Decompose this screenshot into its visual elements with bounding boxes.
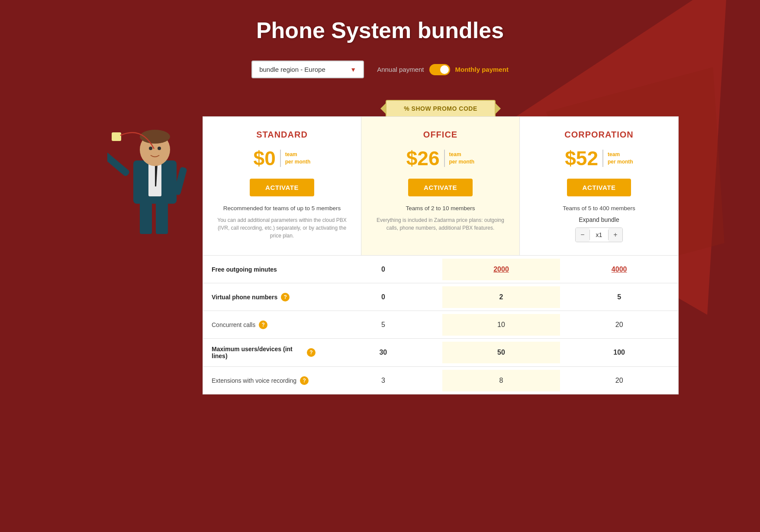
- payment-toggle: Annual payment Monthly payment: [377, 64, 509, 75]
- feature-val-0-2[interactable]: 4000: [560, 259, 678, 280]
- promo-cell-office: % SHOW PROMO CODE: [361, 100, 520, 116]
- price-divider-office: [444, 150, 445, 167]
- feature-val-3-2: 100: [560, 342, 678, 363]
- page-title: Phone System bundles: [9, 17, 751, 43]
- feature-val-3-1: 50: [442, 342, 560, 363]
- price-divider-corp: [602, 150, 603, 167]
- plan-standard: STANDARD $0 team per month ACTIVATE Reco…: [203, 117, 361, 255]
- plan-office-price-row: $26 team per month: [372, 147, 509, 170]
- plan-office: OFFICE $26 team per month ACTIVATE Teams…: [361, 117, 520, 255]
- svg-rect-9: [107, 151, 130, 177]
- help-icon-1[interactable]: ?: [281, 293, 290, 301]
- feature-rows: Free outgoing minutes020004000Virtual ph…: [203, 255, 679, 394]
- feature-val-1-0: 0: [324, 286, 442, 308]
- feature-val-0-1[interactable]: 2000: [442, 259, 560, 280]
- price-divider: [280, 150, 281, 167]
- plan-corporation-desc: Teams of 5 to 400 members: [530, 204, 668, 213]
- monthly-payment-label: Monthly payment: [455, 66, 509, 73]
- svg-point-7: [149, 147, 152, 150]
- svg-point-8: [158, 147, 161, 150]
- feature-label-text-4: Extensions with voice recording: [212, 377, 296, 384]
- plan-standard-name: STANDARD: [213, 130, 351, 140]
- svg-rect-0: [140, 199, 152, 234]
- feature-val-2-0: 5: [324, 314, 442, 336]
- feature-val-2-1: 10: [442, 314, 560, 336]
- region-select[interactable]: bundle region - Europe ▼: [251, 61, 364, 78]
- payment-toggle-switch[interactable]: [429, 64, 450, 75]
- feature-val-3-0: 30: [324, 342, 442, 363]
- svg-rect-1: [156, 199, 168, 234]
- plan-corporation-price-row: $52 team per month: [530, 147, 668, 170]
- feature-label-text-2: Concurrent calls: [212, 321, 255, 328]
- promo-bar-wrapper: % SHOW PROMO CODE: [203, 100, 679, 116]
- plan-office-name: OFFICE: [372, 130, 509, 140]
- plan-standard-activate[interactable]: ACTIVATE: [250, 179, 314, 196]
- svg-rect-10: [112, 132, 121, 141]
- plan-office-desc-sub: Everything is included in Zadarma price …: [372, 216, 509, 232]
- feature-label-text-1: Virtual phone numbers: [212, 294, 277, 301]
- character-svg: [107, 100, 203, 238]
- feature-label-text-3: Maximum users/devices (int lines): [212, 346, 303, 359]
- feature-val-4-0: 3: [324, 370, 442, 391]
- plan-standard-price-label: team per month: [285, 151, 311, 166]
- help-icon-2[interactable]: ?: [259, 320, 267, 329]
- character-figure: [107, 100, 203, 238]
- plan-office-desc: Teams of 2 to 10 members: [372, 204, 509, 213]
- plans-row: STANDARD $0 team per month ACTIVATE Reco…: [203, 116, 679, 255]
- feature-val-2-2: 20: [560, 314, 678, 336]
- promo-cell-corporation: [520, 100, 679, 116]
- plan-corporation-activate[interactable]: ACTIVATE: [567, 179, 631, 196]
- plan-corporation-price-label: team per month: [608, 151, 633, 166]
- feature-label-cell-3: Maximum users/devices (int lines)?: [203, 339, 324, 366]
- feature-val-4-2: 20: [560, 370, 678, 391]
- stepper-plus-button[interactable]: +: [609, 228, 622, 242]
- controls-row: bundle region - Europe ▼ Annual payment …: [9, 61, 751, 78]
- plan-corporation: CORPORATION $52 team per month ACTIVATE …: [520, 117, 678, 255]
- pricing-table-container: % SHOW PROMO CODE STANDARD $0 team per m…: [203, 100, 679, 394]
- promo-code-label: % SHOW PROMO CODE: [404, 105, 477, 112]
- feature-val-0-0: 0: [324, 259, 442, 280]
- feature-row-4: Extensions with voice recording?3820: [203, 366, 678, 394]
- annual-payment-label: Annual payment: [377, 66, 424, 73]
- plan-standard-price: $0: [254, 147, 276, 170]
- expand-bundle-label: Expand bundle: [530, 216, 668, 223]
- feature-label-cell-2: Concurrent calls?: [203, 314, 324, 336]
- feature-val-4-1: 8: [442, 370, 560, 391]
- feature-val-1-2: 5: [560, 286, 678, 308]
- plan-corporation-price: $52: [565, 147, 598, 170]
- plan-standard-desc-sub: You can add additional parameters within…: [213, 216, 351, 240]
- stepper-minus-button[interactable]: −: [576, 228, 589, 242]
- stepper-value: x1: [589, 230, 609, 240]
- feature-label-cell-1: Virtual phone numbers?: [203, 286, 324, 308]
- plan-office-price: $26: [406, 147, 440, 170]
- plan-office-activate[interactable]: ACTIVATE: [408, 179, 473, 196]
- feature-val-1-1: 2: [442, 286, 560, 308]
- plan-office-price-label: team per month: [449, 151, 475, 166]
- promo-code-bar[interactable]: % SHOW PROMO CODE: [386, 100, 496, 116]
- feature-row-3: Maximum users/devices (int lines)?305010…: [203, 338, 678, 366]
- promo-cell-standard: [203, 100, 361, 116]
- feature-label-text-0: Free outgoing minutes: [212, 266, 277, 273]
- feature-row-2: Concurrent calls?51020: [203, 311, 678, 338]
- region-select-value: bundle region - Europe: [259, 66, 325, 73]
- bundle-stepper: − x1 +: [575, 228, 623, 242]
- plan-corporation-name: CORPORATION: [530, 130, 668, 140]
- help-icon-4[interactable]: ?: [300, 376, 309, 385]
- character-illustration: [81, 100, 203, 238]
- feature-label-cell-4: Extensions with voice recording?: [203, 369, 324, 392]
- feature-label-cell-0: Free outgoing minutes: [203, 259, 324, 280]
- pricing-area: % SHOW PROMO CODE STANDARD $0 team per m…: [9, 100, 751, 394]
- feature-row-0: Free outgoing minutes020004000: [203, 255, 678, 283]
- plan-standard-price-row: $0 team per month: [213, 147, 351, 170]
- feature-row-1: Virtual phone numbers?025: [203, 283, 678, 311]
- chevron-down-icon: ▼: [350, 66, 356, 73]
- plan-standard-desc: Recommended for teams of up to 5 members: [213, 204, 351, 213]
- help-icon-3[interactable]: ?: [307, 348, 316, 357]
